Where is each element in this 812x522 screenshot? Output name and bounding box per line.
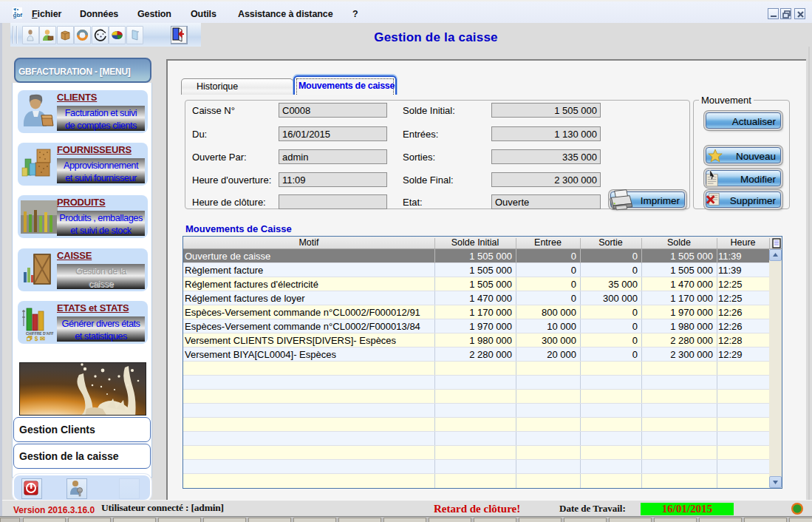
svg-text:🗇 $ ✉: 🗇 $ ✉ <box>27 335 45 342</box>
svg-text:gbf: gbf <box>13 12 23 18</box>
